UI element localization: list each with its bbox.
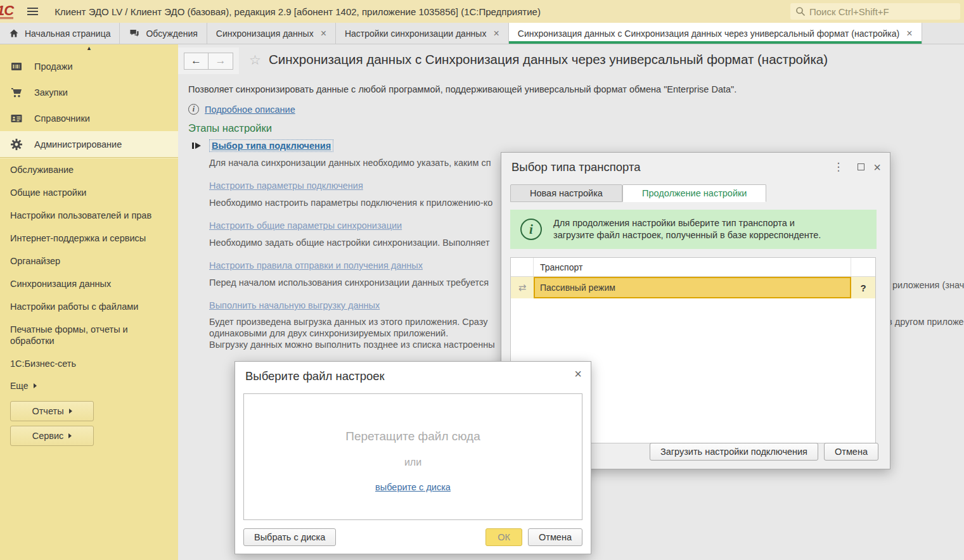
sidebar-item-print-forms[interactable]: Печатные формы, отчеты и обработки: [0, 318, 158, 352]
sidebar-item-internet-support[interactable]: Интернет-поддержка и сервисы: [0, 227, 178, 250]
details-row: i Подробное описание: [188, 104, 295, 115]
current-step-row: Выбор типа подключения: [192, 140, 333, 151]
chevron-right-icon: [69, 409, 72, 414]
tab-data-sync[interactable]: Синхронизация данных ×: [207, 23, 336, 44]
tab-close-icon[interactable]: ×: [906, 29, 912, 38]
sales-icon: [10, 61, 23, 72]
info-panel: i Для продолжения настройки выберите тип…: [510, 210, 877, 249]
sidebar: ▲ Продажи Закупки Справочники Администри…: [0, 44, 178, 560]
dialog-footer: Выбрать с диска ОК Отмена: [243, 528, 582, 546]
table-row[interactable]: ⇄ Пассивный режим ?: [511, 277, 875, 298]
sidebar-item-administration[interactable]: Администрирование: [0, 131, 178, 157]
ok-button[interactable]: ОК: [485, 528, 522, 546]
step-description-line: Будет произведена выгрузка данных из это…: [209, 317, 487, 327]
close-icon[interactable]: ×: [873, 162, 881, 172]
connection-type-link[interactable]: Выбор типа подключения: [210, 140, 333, 151]
sidebar-item-file-settings[interactable]: Настройки работы с файлами: [0, 295, 178, 318]
active-tab-underline: [509, 41, 922, 44]
cancel-button[interactable]: Отмена: [528, 528, 582, 546]
sidebar-item-user-rights-settings[interactable]: Настройки пользователей и прав: [0, 204, 178, 227]
service-button[interactable]: Сервис: [10, 426, 94, 446]
info-icon: i: [188, 104, 199, 115]
window-title: Клиент ЭДО LV / Клиент ЭДО (базовая), ре…: [55, 6, 541, 17]
sidebar-item-maintenance[interactable]: Обслуживание: [0, 158, 178, 181]
reports-button[interactable]: Отчеты: [10, 401, 94, 421]
help-button[interactable]: ?: [851, 277, 875, 298]
tab-label: Синхронизация данных с Синхронизация дан…: [518, 29, 899, 39]
tab-new-setup[interactable]: Новая настройка: [510, 184, 622, 202]
sidebar-item-catalogs[interactable]: Справочники: [0, 105, 178, 131]
dialog-footer: Загрузить настройки подключения Отмена: [650, 443, 878, 461]
back-button[interactable]: ←: [184, 53, 209, 70]
setup-general-sync-params-link[interactable]: Настроить общие параметры синхронизации: [209, 220, 402, 231]
chevron-right-icon: [68, 433, 72, 438]
forward-button[interactable]: →: [209, 53, 233, 70]
tab-label: Настройки синхронизации данных: [345, 29, 486, 39]
cancel-button[interactable]: Отмена: [824, 443, 878, 461]
more-menu-icon[interactable]: ⋮: [830, 160, 846, 174]
search-input[interactable]: [809, 6, 955, 17]
setup-send-receive-rules-link[interactable]: Настроить правила отправки и получения д…: [209, 260, 423, 270]
service-label: Сервис: [32, 431, 64, 441]
dialog-title: Выбор типа транспорта: [511, 160, 640, 174]
page-description: Позволяет синхронизировать данные с любо…: [188, 84, 736, 94]
load-connection-settings-button[interactable]: Загрузить настройки подключения: [650, 443, 818, 461]
page-title: Синхронизация данных с Синхронизация дан…: [269, 52, 828, 67]
main-menu-icon[interactable]: [27, 6, 38, 17]
tab-label: Обсуждения: [146, 29, 197, 39]
tab-label: Начальная страница: [25, 29, 110, 39]
maximize-icon[interactable]: [858, 163, 864, 170]
step-description-line: одинаковыми для двух синхронизируемых пр…: [209, 328, 448, 338]
file-dropzone[interactable]: Перетащите файл сюда или выберите с диск…: [243, 393, 582, 520]
step-description-line: Выгрузку данных можно выполнить позднее …: [209, 340, 495, 350]
history-nav-panel: ← →: [178, 48, 239, 74]
info-text: Для продолжения настройки выберите тип т…: [553, 217, 821, 241]
sidebar-item-sales[interactable]: Продажи: [0, 53, 178, 79]
sidebar-item-data-sync[interactable]: Синхронизация данных: [0, 272, 178, 295]
chat-icon: [129, 29, 140, 38]
current-step-arrow-icon: [192, 142, 202, 150]
tab-label: Синхронизация данных: [216, 29, 314, 39]
chevron-right-icon: [34, 383, 37, 388]
dialog-tabs: Новая настройка Продолжение настройки: [510, 184, 766, 202]
tab-discussions[interactable]: Обсуждения: [120, 23, 207, 44]
1c-logo-icon: 1С: [0, 4, 13, 19]
table-header-row: Транспорт: [511, 258, 875, 277]
info-text-line: Для продолжения настройки выберите тип т…: [553, 217, 821, 229]
sidebar-item-1c-business-network[interactable]: 1С:Бизнес-сеть: [0, 352, 178, 375]
reports-label: Отчеты: [32, 406, 63, 416]
dialog-controls: ⋮ ×: [830, 160, 881, 174]
sidebar-item-purchases[interactable]: Закупки: [0, 79, 178, 105]
tab-close-icon[interactable]: ×: [321, 29, 326, 38]
info-icon: i: [520, 219, 542, 240]
gear-icon: [10, 138, 23, 151]
choose-from-disk-link[interactable]: выберите с диска: [375, 482, 451, 492]
detailed-description-link[interactable]: Подробное описание: [205, 105, 295, 115]
close-icon[interactable]: ×: [574, 369, 582, 379]
tab-close-icon[interactable]: ×: [493, 29, 499, 38]
settings-file-dialog: Выберите файл настроек × Перетащите файл…: [235, 361, 591, 554]
pick-from-disk-button[interactable]: Выбрать с диска: [243, 528, 336, 546]
id-card-icon: [10, 113, 23, 124]
tab-universal-format-setup[interactable]: Синхронизация данных с Синхронизация дан…: [509, 23, 922, 44]
setup-connection-params-link[interactable]: Настроить параметры подключения: [209, 181, 363, 191]
title-bar: 1С Клиент ЭДО LV / Клиент ЭДО (базовая),…: [0, 0, 964, 23]
initial-data-export-link[interactable]: Выполнить начальную выгрузку данных: [209, 300, 380, 310]
favorite-star-icon[interactable]: ☆: [249, 53, 261, 68]
home-icon: [9, 29, 19, 38]
sidebar-item-label: Закупки: [34, 87, 68, 98]
stages-heading: Этапы настройки: [188, 122, 272, 134]
transport-cell-passive-mode[interactable]: Пассивный режим: [534, 277, 851, 298]
global-search[interactable]: [790, 3, 960, 20]
help-column-header: [851, 258, 875, 276]
sidebar-item-general-settings[interactable]: Общие настройки: [0, 181, 178, 204]
transport-column-header: Транспорт: [534, 258, 851, 276]
tab-home[interactable]: Начальная страница: [0, 23, 120, 44]
tab-continue-setup[interactable]: Продолжение настройки: [622, 184, 767, 202]
background-text-fragment: в другом приложе: [887, 317, 964, 327]
tab-sync-settings[interactable]: Настройки синхронизации данных ×: [336, 23, 509, 44]
sidebar-more-button[interactable]: Еще: [0, 375, 178, 397]
sidebar-item-organizer[interactable]: Органайзер: [0, 250, 178, 272]
sidebar-scroll-up[interactable]: ▲: [0, 44, 178, 53]
step-description: Перед началом использования синхронизаци…: [209, 277, 489, 288]
